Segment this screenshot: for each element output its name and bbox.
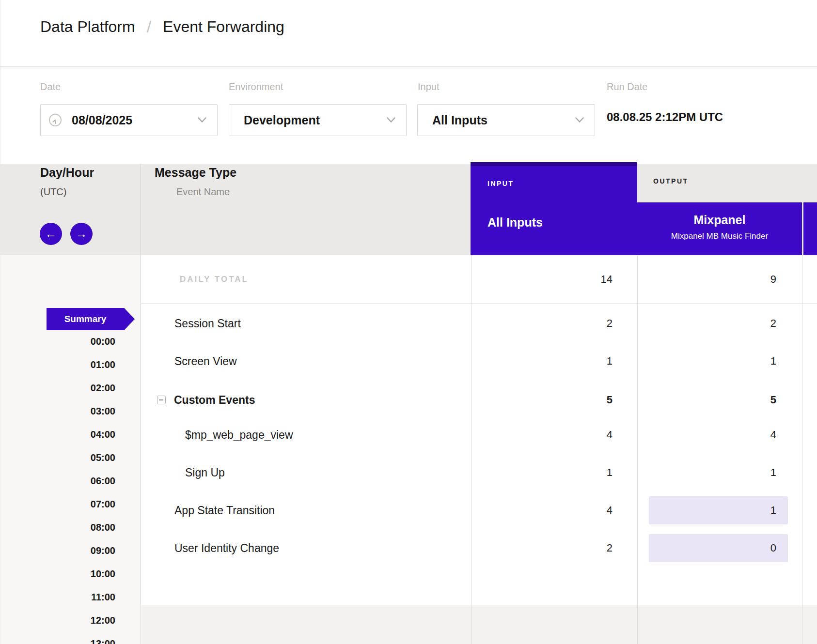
table-row: App State Transition 4 1	[141, 491, 817, 529]
hour-cell[interactable]: 02:00	[0, 376, 115, 399]
hour-list: 00:0001:0002:0003:0004:0005:0006:0007:00…	[0, 330, 115, 644]
summary-tab[interactable]: Summary	[47, 308, 135, 330]
table-row: Sign Up 1 1	[141, 454, 817, 491]
hour-cell[interactable]: 03:00	[0, 399, 115, 423]
hour-cell[interactable]: 00:00	[0, 330, 115, 353]
date-value: 08/08/2025	[72, 113, 132, 127]
daily-total-label: DAILY TOTAL	[180, 255, 249, 304]
daily-total-output-value: 9	[679, 255, 776, 304]
hour-cell[interactable]: 04:00	[0, 423, 115, 446]
hour-cell[interactable]: 08:00	[0, 516, 115, 539]
daily-total-row: DAILY TOTAL 14 9	[141, 255, 817, 304]
message-type-column-subtitle: Event Name	[176, 186, 230, 198]
hour-cell[interactable]: 10:00	[0, 562, 115, 585]
hour-cell[interactable]: 01:00	[0, 353, 115, 376]
input-column-title: All Inputs	[487, 215, 543, 230]
hour-cell[interactable]: 05:00	[0, 446, 115, 469]
page: Data Platform / Event Forwarding Date En…	[0, 0, 817, 644]
input-value-cell: 2	[516, 529, 613, 567]
event-name: App State Transition	[174, 491, 275, 529]
table-footer-area	[141, 605, 817, 644]
hour-cell[interactable]: 09:00	[0, 539, 115, 562]
breadcrumb-section-link[interactable]: Data Platform	[40, 18, 135, 36]
breadcrumb: Data Platform / Event Forwarding	[40, 17, 284, 36]
hour-cell[interactable]: 06:00	[0, 469, 115, 492]
output-column-subtitle: Mixpanel MB Music Finder	[637, 231, 802, 241]
input-value-cell: 2	[516, 305, 613, 342]
table-row: Custom Events 5 5	[141, 381, 817, 419]
table-row: Session Start 2 2	[141, 305, 817, 342]
input-value-cell: 5	[516, 381, 613, 419]
environment-value: Development	[244, 113, 320, 127]
output-column-header-next-partial	[803, 202, 817, 255]
input-value: All Inputs	[432, 113, 487, 127]
output-value-cell: 1	[649, 347, 788, 375]
output-value-cell: 2	[649, 309, 788, 337]
hour-cell[interactable]: 13:00	[0, 632, 115, 644]
output-column-header-mixpanel: Mixpanel Mixpanel MB Music Finder	[637, 202, 802, 255]
input-value-cell: 1	[516, 454, 613, 491]
arrow-left-icon: ←	[45, 227, 57, 240]
hour-cell[interactable]: 12:00	[0, 609, 115, 632]
previous-day-button[interactable]: ←	[40, 223, 62, 245]
input-filter-label: Input	[418, 81, 439, 92]
input-value-cell: 1	[516, 342, 613, 380]
output-value-cell: 5	[649, 386, 788, 414]
table-row: Screen View 1 1	[141, 342, 817, 380]
breadcrumb-current-page[interactable]: Event Forwarding	[163, 18, 284, 36]
event-name: User Identity Change	[174, 529, 279, 567]
header-divider	[0, 66, 817, 67]
clock-icon	[48, 113, 62, 127]
input-section-label: INPUT	[487, 180, 514, 187]
run-date-label: Run Date	[607, 81, 648, 92]
output-column-title: Mixpanel	[637, 213, 802, 227]
message-type-column-title: Message Type	[155, 166, 236, 180]
breadcrumb-separator: /	[147, 17, 151, 36]
output-value-cell: 4	[649, 421, 788, 449]
input-column-header: INPUT All Inputs	[471, 162, 637, 255]
event-name: Sign Up	[185, 454, 225, 491]
output-value-cell: 1	[649, 459, 788, 487]
input-value-cell: 4	[516, 491, 613, 529]
run-date-value: 08.08.25 2:12PM UTC	[607, 110, 723, 124]
output-value-cell: 1	[649, 496, 788, 524]
table-row: $mp_web_page_view 4 4	[141, 416, 817, 454]
day-hour-column-title: Day/Hour	[40, 166, 94, 180]
environment-select[interactable]: Development	[229, 104, 407, 136]
hour-cell[interactable]: 11:00	[0, 585, 115, 609]
daily-total-divider	[141, 304, 817, 304]
hour-cell[interactable]: 07:00	[0, 492, 115, 516]
chevron-down-icon	[575, 117, 584, 123]
date-picker[interactable]: 08/08/2025	[40, 104, 218, 136]
chevron-down-icon	[198, 117, 206, 123]
daily-total-input-value: 14	[516, 255, 613, 304]
collapse-icon[interactable]	[157, 396, 166, 404]
event-name: $mp_web_page_view	[185, 416, 293, 454]
day-hour-column-subtitle: (UTC)	[40, 186, 66, 198]
table-row: User Identity Change 2 0	[141, 529, 817, 567]
chevron-down-icon	[387, 117, 395, 123]
date-filter-label: Date	[40, 81, 61, 92]
arrow-right-icon: →	[76, 227, 87, 240]
input-select[interactable]: All Inputs	[417, 104, 595, 136]
event-name: Custom Events	[174, 381, 255, 419]
environment-filter-label: Environment	[229, 81, 283, 92]
event-name: Screen View	[174, 342, 237, 380]
next-day-button[interactable]: →	[70, 223, 93, 245]
output-value-cell: 0	[649, 534, 788, 562]
output-section-label: OUTPUT	[653, 177, 689, 185]
event-name: Session Start	[174, 305, 241, 342]
input-value-cell: 4	[516, 416, 613, 454]
